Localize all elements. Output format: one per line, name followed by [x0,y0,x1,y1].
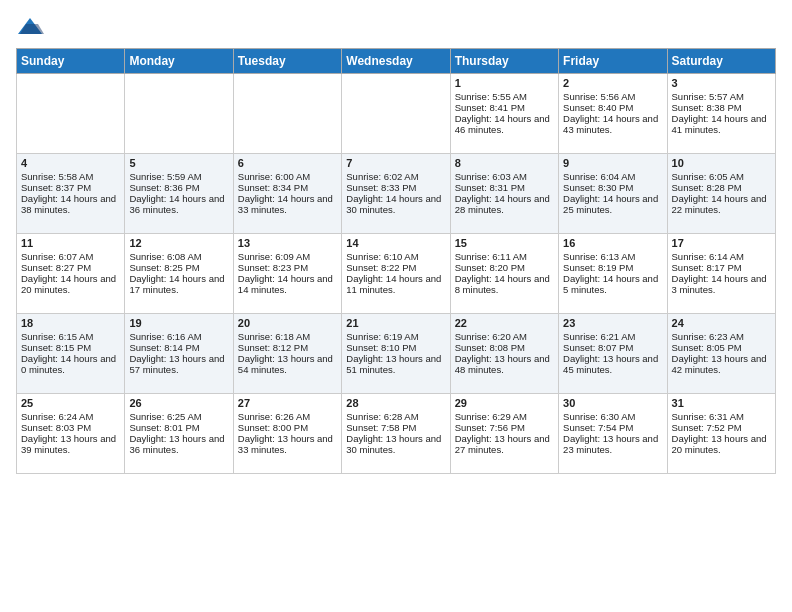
day-number: 10 [672,157,771,169]
day-info: Sunrise: 5:59 AM [129,171,228,182]
day-info: Sunset: 8:07 PM [563,342,662,353]
calendar-cell: 9Sunrise: 6:04 AMSunset: 8:30 PMDaylight… [559,154,667,234]
day-info: Sunset: 8:00 PM [238,422,337,433]
weekday-header-friday: Friday [559,49,667,74]
day-info: Daylight: 13 hours and 45 minutes. [563,353,662,375]
day-info: Sunrise: 6:20 AM [455,331,554,342]
day-info: Daylight: 14 hours and 8 minutes. [455,273,554,295]
day-info: Daylight: 13 hours and 54 minutes. [238,353,337,375]
calendar-cell: 6Sunrise: 6:00 AMSunset: 8:34 PMDaylight… [233,154,341,234]
calendar-table: SundayMondayTuesdayWednesdayThursdayFrid… [16,48,776,474]
day-number: 27 [238,397,337,409]
day-info: Sunrise: 6:10 AM [346,251,445,262]
day-info: Daylight: 13 hours and 57 minutes. [129,353,228,375]
day-info: Sunset: 7:56 PM [455,422,554,433]
day-info: Sunset: 8:19 PM [563,262,662,273]
calendar-cell [342,74,450,154]
day-info: Sunset: 7:54 PM [563,422,662,433]
calendar-cell: 28Sunrise: 6:28 AMSunset: 7:58 PMDayligh… [342,394,450,474]
day-info: Sunrise: 6:28 AM [346,411,445,422]
day-info: Sunrise: 6:11 AM [455,251,554,262]
day-info: Daylight: 13 hours and 33 minutes. [238,433,337,455]
day-info: Sunrise: 5:56 AM [563,91,662,102]
calendar-cell: 20Sunrise: 6:18 AMSunset: 8:12 PMDayligh… [233,314,341,394]
day-number: 15 [455,237,554,249]
day-info: Sunrise: 6:29 AM [455,411,554,422]
day-number: 20 [238,317,337,329]
day-info: Daylight: 14 hours and 43 minutes. [563,113,662,135]
day-info: Sunrise: 6:24 AM [21,411,120,422]
day-number: 2 [563,77,662,89]
day-info: Daylight: 13 hours and 30 minutes. [346,433,445,455]
calendar-cell: 18Sunrise: 6:15 AMSunset: 8:15 PMDayligh… [17,314,125,394]
calendar-cell: 31Sunrise: 6:31 AMSunset: 7:52 PMDayligh… [667,394,775,474]
calendar-cell: 19Sunrise: 6:16 AMSunset: 8:14 PMDayligh… [125,314,233,394]
day-number: 9 [563,157,662,169]
day-info: Daylight: 14 hours and 46 minutes. [455,113,554,135]
day-info: Sunrise: 5:58 AM [21,171,120,182]
calendar-cell: 24Sunrise: 6:23 AMSunset: 8:05 PMDayligh… [667,314,775,394]
calendar-cell [125,74,233,154]
day-number: 19 [129,317,228,329]
day-info: Sunrise: 6:30 AM [563,411,662,422]
logo [16,16,48,40]
day-info: Sunset: 8:27 PM [21,262,120,273]
day-number: 11 [21,237,120,249]
day-info: Daylight: 13 hours and 39 minutes. [21,433,120,455]
day-info: Daylight: 14 hours and 28 minutes. [455,193,554,215]
day-info: Sunset: 8:08 PM [455,342,554,353]
calendar-cell: 10Sunrise: 6:05 AMSunset: 8:28 PMDayligh… [667,154,775,234]
calendar-cell: 29Sunrise: 6:29 AMSunset: 7:56 PMDayligh… [450,394,558,474]
day-info: Daylight: 14 hours and 20 minutes. [21,273,120,295]
day-info: Daylight: 13 hours and 36 minutes. [129,433,228,455]
calendar-cell: 26Sunrise: 6:25 AMSunset: 8:01 PMDayligh… [125,394,233,474]
day-info: Sunset: 8:23 PM [238,262,337,273]
day-info: Sunset: 8:28 PM [672,182,771,193]
day-info: Daylight: 13 hours and 48 minutes. [455,353,554,375]
day-info: Sunrise: 6:16 AM [129,331,228,342]
day-info: Sunrise: 6:18 AM [238,331,337,342]
calendar-cell: 14Sunrise: 6:10 AMSunset: 8:22 PMDayligh… [342,234,450,314]
day-info: Daylight: 14 hours and 22 minutes. [672,193,771,215]
day-info: Sunrise: 6:09 AM [238,251,337,262]
day-number: 21 [346,317,445,329]
day-number: 30 [563,397,662,409]
day-info: Sunrise: 6:02 AM [346,171,445,182]
day-number: 16 [563,237,662,249]
weekday-header-thursday: Thursday [450,49,558,74]
day-info: Sunset: 8:37 PM [21,182,120,193]
day-info: Sunset: 7:58 PM [346,422,445,433]
day-info: Daylight: 13 hours and 42 minutes. [672,353,771,375]
svg-marker-1 [20,24,44,34]
day-info: Daylight: 14 hours and 33 minutes. [238,193,337,215]
day-number: 8 [455,157,554,169]
day-info: Daylight: 13 hours and 27 minutes. [455,433,554,455]
calendar-cell: 2Sunrise: 5:56 AMSunset: 8:40 PMDaylight… [559,74,667,154]
calendar-cell: 25Sunrise: 6:24 AMSunset: 8:03 PMDayligh… [17,394,125,474]
calendar-cell: 1Sunrise: 5:55 AMSunset: 8:41 PMDaylight… [450,74,558,154]
day-info: Sunrise: 6:03 AM [455,171,554,182]
calendar-cell: 16Sunrise: 6:13 AMSunset: 8:19 PMDayligh… [559,234,667,314]
day-info: Sunset: 8:40 PM [563,102,662,113]
day-info: Sunset: 8:05 PM [672,342,771,353]
weekday-header-sunday: Sunday [17,49,125,74]
day-info: Sunset: 8:30 PM [563,182,662,193]
day-number: 13 [238,237,337,249]
weekday-header-wednesday: Wednesday [342,49,450,74]
day-number: 26 [129,397,228,409]
calendar-cell: 8Sunrise: 6:03 AMSunset: 8:31 PMDaylight… [450,154,558,234]
day-number: 17 [672,237,771,249]
day-info: Sunset: 8:34 PM [238,182,337,193]
day-number: 31 [672,397,771,409]
day-info: Sunset: 8:36 PM [129,182,228,193]
day-info: Sunrise: 6:19 AM [346,331,445,342]
day-info: Daylight: 14 hours and 14 minutes. [238,273,337,295]
day-info: Sunrise: 6:05 AM [672,171,771,182]
day-info: Sunrise: 6:00 AM [238,171,337,182]
day-info: Sunset: 8:20 PM [455,262,554,273]
calendar-cell: 27Sunrise: 6:26 AMSunset: 8:00 PMDayligh… [233,394,341,474]
day-info: Sunset: 8:12 PM [238,342,337,353]
day-info: Sunset: 8:01 PM [129,422,228,433]
day-info: Sunrise: 6:13 AM [563,251,662,262]
day-number: 3 [672,77,771,89]
